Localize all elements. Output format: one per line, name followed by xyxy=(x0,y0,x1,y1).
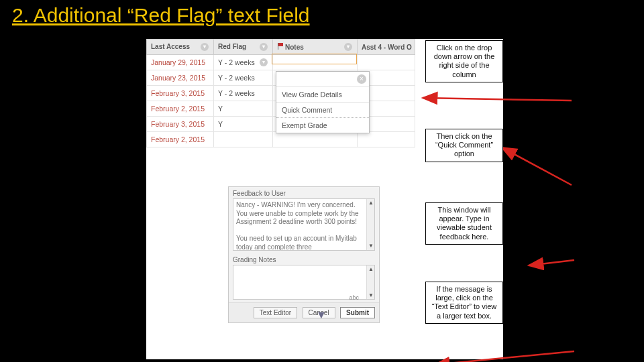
scroll-up-icon[interactable]: ▲ xyxy=(368,200,374,206)
grading-notes-label: Grading Notes xyxy=(229,253,379,265)
svg-line-1 xyxy=(502,147,572,185)
scrollbar[interactable]: ▲ ▼ xyxy=(366,199,374,250)
chevron-down-icon[interactable]: ▾ xyxy=(201,43,209,51)
menu-exempt-grade[interactable]: Exempt Grade xyxy=(276,117,369,133)
spellcheck-icon[interactable]: abc xyxy=(349,294,359,301)
table-row[interactable]: January 29, 2015Y - 2 weeks▾ xyxy=(147,55,415,70)
tip-feedback: This window will appear. Type in viewabl… xyxy=(425,202,503,245)
chevron-down-icon[interactable]: ▼ xyxy=(316,309,327,321)
tip-quick-comment: Then click on the “Quick Comment” option xyxy=(425,129,503,162)
cell-dropdown-icon[interactable]: ▾ xyxy=(260,58,268,66)
close-icon[interactable]: × xyxy=(357,74,366,84)
feedback-body: Nancy - WARNING! I'm very concerned. You… xyxy=(236,201,359,251)
slide-title: 2. Additional “Red Flag” text Field xyxy=(12,4,310,27)
menu-quick-comment[interactable]: Quick Comment xyxy=(276,102,369,117)
tip-text-editor: If the message is large, click on the “T… xyxy=(425,282,503,324)
scroll-down-icon[interactable]: ▼ xyxy=(368,243,374,249)
tip-dropdown: Click on the drop down arrow on the righ… xyxy=(425,40,503,82)
menu-view-grade-details[interactable]: View Grade Details xyxy=(276,86,369,102)
chevron-down-icon[interactable]: ▾ xyxy=(260,43,268,51)
svg-line-0 xyxy=(423,98,572,101)
button-row: Text Editor Cancel Submit xyxy=(229,302,379,322)
chevron-down-icon[interactable]: ▾ xyxy=(344,43,352,51)
submit-button[interactable]: Submit xyxy=(340,307,375,318)
context-menu: × View Grade Details Quick Comment Exemp… xyxy=(276,71,370,133)
col-asst4[interactable]: Asst 4 - Word O xyxy=(358,40,415,55)
scrollbar[interactable]: ▲ ▼ xyxy=(366,265,374,299)
feedback-label: Feedback to User xyxy=(229,187,379,198)
flag-icon xyxy=(277,43,284,50)
col-red-flag[interactable]: Red Flag▾ xyxy=(214,40,273,55)
text-editor-button[interactable]: Text Editor xyxy=(254,307,297,318)
table-row[interactable]: February 2, 2015 xyxy=(147,132,415,147)
feedback-popup: Feedback to User Nancy - WARNING! I'm ve… xyxy=(228,186,380,323)
svg-line-3 xyxy=(435,351,574,362)
feedback-textarea[interactable]: Nancy - WARNING! I'm very concerned. You… xyxy=(233,198,375,251)
scroll-down-icon[interactable]: ▼ xyxy=(368,292,374,298)
scroll-up-icon[interactable]: ▲ xyxy=(368,266,374,272)
col-last-access[interactable]: Last Access▾ xyxy=(147,40,214,55)
col-notes[interactable]: Notes▾ xyxy=(273,40,358,55)
svg-line-2 xyxy=(529,260,574,265)
